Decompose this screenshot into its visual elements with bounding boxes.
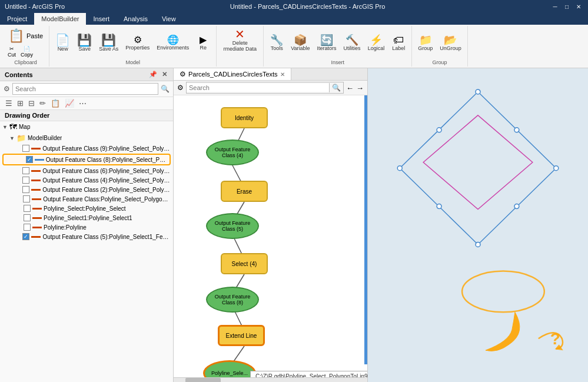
panel-header-controls: 📌 ✕ xyxy=(148,71,168,78)
table-btn[interactable]: 📋 xyxy=(49,98,62,108)
ungroup-label: UnGroup xyxy=(440,45,461,51)
layer-item-polyline[interactable]: Polyline:Polyline xyxy=(0,222,173,232)
tree-view: ▼ 🗺 Map ▼ 📁 ModelBuilder Output Feature … xyxy=(0,121,173,382)
layer-item-ofc6[interactable]: Output Feature Class (6):Polyline_Select… xyxy=(0,166,173,175)
insert-label: Insert xyxy=(331,58,344,65)
mb-icon: 📁 xyxy=(16,134,26,142)
paste-button[interactable]: 📋 Paste xyxy=(6,27,45,45)
tab-model-close[interactable]: ✕ xyxy=(280,71,285,78)
tab-modelbuilder[interactable]: ModelBuilder xyxy=(34,13,86,25)
new-icon: 📄 xyxy=(55,34,70,46)
modelbuilder-tab[interactable]: ⚙ Parcels_CADLinesCirclesTexts ✕ xyxy=(174,68,291,80)
node-ofc8[interactable]: Output FeatureClass (8) xyxy=(206,287,259,313)
edit-btn[interactable]: ✏ xyxy=(38,98,48,108)
layer-item-ps1[interactable]: Polyline_Select1:Polyline_Select1 xyxy=(0,213,173,222)
close-btn[interactable]: ✕ xyxy=(574,2,583,11)
tab-analysis[interactable]: Analysis xyxy=(117,13,155,25)
logical-button[interactable]: ⚡ Logical xyxy=(366,34,387,52)
checkbox-polyline[interactable] xyxy=(24,224,31,231)
expand-mb-icon[interactable]: ▼ xyxy=(9,135,16,141)
canvas-area[interactable]: Identity Output FeatureClass (4) Erase O… xyxy=(174,95,367,377)
maximize-btn[interactable]: □ xyxy=(562,2,572,11)
mb-search-btn[interactable]: 🔍 xyxy=(329,83,343,92)
filter-mb-icon[interactable]: ⚙ xyxy=(177,84,184,92)
checkbox-ofc2[interactable] xyxy=(22,186,29,193)
nav-back-btn[interactable]: ← xyxy=(346,84,354,92)
cut-button[interactable]: ✂ Cut xyxy=(6,45,18,58)
save-button[interactable]: 💾 Save xyxy=(75,33,94,53)
layer-item-ofc4[interactable]: Output Feature Class (4):Polyline_Select… xyxy=(0,175,173,185)
environments-button[interactable]: 🌐 Environments xyxy=(154,34,191,52)
checkbox-ofc6[interactable] xyxy=(22,167,29,174)
variable-label: Variable xyxy=(291,45,310,51)
iterators-button[interactable]: 🔄 Iterators xyxy=(315,34,339,52)
tab-model-label: Parcels_CADLinesCirclesTexts xyxy=(188,71,278,78)
search-magnifier-icon[interactable]: 🔍 xyxy=(161,85,170,93)
tree-item-modelbuilder[interactable]: ▼ 📁 ModelBuilder xyxy=(0,132,173,144)
layer-item-ofc[interactable]: Output Feature Class:Polyline_Select_Pol… xyxy=(0,194,173,204)
utilities-icon: 🔨 xyxy=(346,35,358,45)
ribbon-group-clipboard: 📋 Paste ✂ Cut 📄 Copy Clipboard xyxy=(2,26,49,67)
checkbox-ofc5[interactable]: ✓ xyxy=(22,233,29,240)
node-select4[interactable]: Select (4) xyxy=(221,253,268,274)
panel-close-btn[interactable]: ✕ xyxy=(161,71,168,78)
ribbon-group-id-items: ✕ Deletermediate Data xyxy=(221,27,259,65)
modelbuilder-toolbar: ⚙ 🔍 ← → xyxy=(174,81,367,95)
tab-project[interactable]: Project xyxy=(0,13,34,25)
more-btn[interactable]: ⋯ xyxy=(77,98,88,108)
nav-forward-btn[interactable]: → xyxy=(356,84,364,92)
properties-button[interactable]: ⚙ Properties xyxy=(123,34,152,52)
run-button[interactable]: ▶ Re xyxy=(194,34,212,52)
layer-item-ofc8[interactable]: ✓ Output Feature Class (8):Polyline_Sele… xyxy=(2,154,171,165)
ungroup-button[interactable]: 📂 UnGroup xyxy=(437,34,464,52)
variable-icon: 📦 xyxy=(294,35,307,45)
ofc4-label: Output Feature Class (4):Polyline_Select… xyxy=(42,177,171,184)
layer-item-ofc9[interactable]: Output Feature Class (9):Polyline_Select… xyxy=(0,144,173,153)
minimize-btn[interactable]: ─ xyxy=(550,2,560,11)
column-view-btn[interactable]: ⊟ xyxy=(26,98,36,108)
tab-view[interactable]: View xyxy=(155,13,183,25)
save-as-button[interactable]: 💾 Save As xyxy=(97,33,121,53)
checkbox-ps[interactable] xyxy=(24,205,31,212)
group-button[interactable]: 📁 Group xyxy=(416,34,435,52)
ribbon-group-model: 📄 New 💾 Save 💾 Save As ⚙ Properties 🌐 xyxy=(49,26,217,67)
checkbox-ofc8[interactable]: ✓ xyxy=(26,156,33,163)
node-identity[interactable]: Identity xyxy=(221,107,268,128)
layer-color-ofc4 xyxy=(31,180,41,181)
title-bar-left: Untitled - ArcGIS Pro xyxy=(5,3,65,10)
svg-point-16 xyxy=(437,204,441,209)
tab-insert[interactable]: Insert xyxy=(86,13,117,25)
checkbox-ofc[interactable] xyxy=(23,195,30,202)
variable-button[interactable]: 📦 Variable xyxy=(288,34,312,52)
checkbox-ofc9[interactable] xyxy=(22,145,29,152)
tools-button[interactable]: 🔧 Tools xyxy=(267,34,286,52)
delete-button[interactable]: ✕ Deletermediate Data xyxy=(221,27,259,53)
copy-button[interactable]: 📄 Copy xyxy=(19,45,35,58)
node-polyline[interactable]: Polyline_Sele... xyxy=(203,360,256,377)
node-erase[interactable]: Erase xyxy=(221,181,268,202)
chart-btn[interactable]: 📈 xyxy=(63,98,76,108)
filter-icon[interactable]: ⚙ xyxy=(4,85,10,93)
new-button[interactable]: 📄 New xyxy=(53,33,72,53)
contents-panel-header: Contents 📌 ✕ xyxy=(0,68,173,81)
node-extendline[interactable]: Extend Line xyxy=(218,325,265,346)
main-layout: Contents 📌 ✕ ⚙ 🔍 ☰ ⊞ ⊟ ✏ 📋 📈 ⋯ Drawing O… xyxy=(0,68,588,382)
horizontal-scrollbar[interactable] xyxy=(174,377,367,382)
utilities-button[interactable]: 🔨 Utilities xyxy=(341,34,363,52)
expand-map-icon[interactable]: ▼ xyxy=(2,124,9,130)
grid-view-btn[interactable]: ⊞ xyxy=(15,98,25,108)
layer-item-ofc2[interactable]: Output Feature Class (2):Polyline_Select… xyxy=(0,185,173,194)
search-input[interactable] xyxy=(12,83,158,95)
node-ofc4[interactable]: Output FeatureClass (4) xyxy=(206,139,259,165)
mb-search-input[interactable] xyxy=(187,84,329,92)
label-button[interactable]: 🏷 Label xyxy=(389,34,408,52)
list-view-btn[interactable]: ☰ xyxy=(4,98,14,108)
node-ofc5[interactable]: Output FeatureClass (5) xyxy=(206,213,259,239)
layer-item-ofc5[interactable]: ✓ Output Feature Class (5):Polyline_Sele… xyxy=(0,232,173,241)
layer-item-ps[interactable]: Polyline_Select:Polyline_Select xyxy=(0,204,173,213)
panel-pin-btn[interactable]: 📌 xyxy=(148,71,158,78)
checkbox-ps1[interactable] xyxy=(24,214,31,221)
tree-item-map[interactable]: ▼ 🗺 Map xyxy=(0,121,173,132)
checkbox-ofc4[interactable] xyxy=(22,177,29,184)
connectors-svg xyxy=(174,95,367,377)
